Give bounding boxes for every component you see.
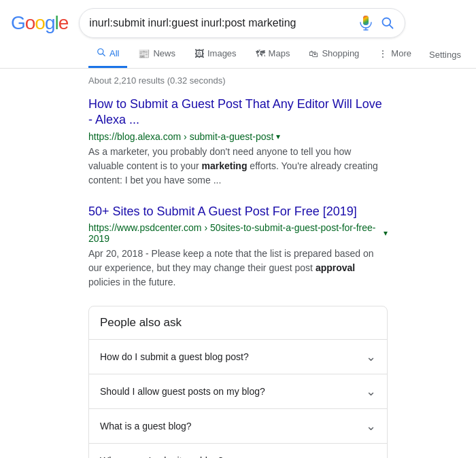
people-also-ask-box: People also ask How do I submit a guest … [88,306,388,458]
paa-item-2[interactable]: Should I allow guest posts on my blog? ⌄ [89,374,387,408]
nav-right: Settings Tools [422,43,476,67]
result-1-title[interactable]: How to Submit a Guest Post That Any Edit… [88,96,388,128]
search-submit-icon[interactable] [380,16,395,31]
settings-link[interactable]: Settings [422,43,468,67]
tab-all[interactable]: All [88,41,127,68]
svg-rect-3 [363,16,369,25]
search-icons [358,16,395,31]
google-logo: Google [11,12,68,34]
mic-icon[interactable] [358,16,373,31]
chevron-down-icon-4: ⌄ [366,453,376,458]
result-2-title[interactable]: 50+ Sites to Submit A Guest Post For Fre… [88,204,388,219]
search-tab-icon [97,48,106,59]
shopping-tab-icon: 🛍 [309,48,318,59]
tools-link[interactable]: Tools [471,43,476,67]
paa-question-3: What is a guest blog? [100,421,192,431]
results-area: About 2,210 results (0.32 seconds) How t… [0,69,476,458]
images-tab-icon: 🖼 [194,48,204,59]
result-2-snippet: Apr 20, 2018 - Please keep a note that t… [88,247,388,289]
logo-letter-o2: o [35,12,45,33]
logo-letter-g: g [45,12,55,33]
chevron-down-icon-3: ⌄ [366,419,376,434]
paa-question-4: Where can I submit my blog? [100,455,223,458]
chevron-down-icon-1: ⌄ [366,349,376,364]
paa-item-3[interactable]: What is a guest blog? ⌄ [89,408,387,443]
results-count: About 2,210 results (0.32 seconds) [88,75,388,86]
result-2-url: https://www.psdcenter.com › 50sites-to-s… [88,222,388,244]
dropdown-arrow-icon: ▾ [276,132,280,141]
nav-tabs: All 📰 News 🖼 Images 🗺 Maps 🛍 Shopping ⋮ … [0,41,476,69]
search-result-1: How to Submit a Guest Post That Any Edit… [88,96,388,188]
search-bar[interactable] [79,8,405,38]
search-input[interactable] [89,17,353,29]
tab-more[interactable]: ⋮ More [370,41,420,68]
paa-item-4[interactable]: Where can I submit my blog? ⌄ [89,443,387,458]
search-result-2: 50+ Sites to Submit A Guest Post For Fre… [88,204,388,289]
paa-question-2: Should I allow guest posts on my blog? [100,386,265,397]
svg-line-7 [103,54,105,56]
result-1-snippet: As a marketer, you probably don't need a… [88,145,388,188]
tab-news[interactable]: 📰 News [130,41,184,68]
logo-letter-o1: o [25,12,35,33]
more-tab-icon: ⋮ [378,48,388,59]
tab-shopping[interactable]: 🛍 Shopping [301,41,367,68]
svg-line-5 [390,25,393,29]
paa-title: People also ask [89,306,387,339]
logo-letter-e: e [58,12,69,33]
tab-maps[interactable]: 🗺 Maps [248,41,299,68]
result-1-url: https://blog.alexa.com › submit-a-guest-… [88,131,388,142]
dropdown-arrow-icon-2: ▾ [384,228,388,238]
news-tab-icon: 📰 [138,48,150,59]
chevron-down-icon-2: ⌄ [366,384,376,399]
paa-question-1: How do I submit a guest blog post? [100,351,249,362]
header: Google [0,0,476,38]
logo-letter-G: G [11,12,25,33]
tab-images[interactable]: 🖼 Images [186,41,245,68]
paa-item-1[interactable]: How do I submit a guest blog post? ⌄ [89,339,387,374]
maps-tab-icon: 🗺 [256,48,265,59]
